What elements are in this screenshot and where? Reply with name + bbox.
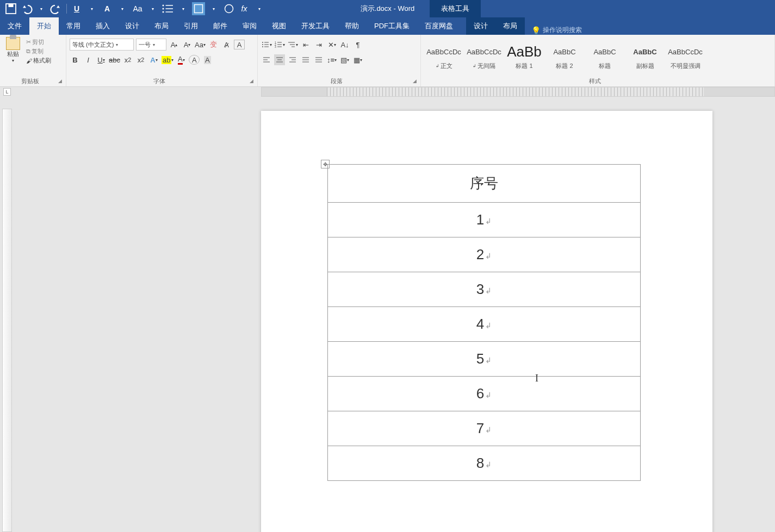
copy-button[interactable]: ⧉复制 [26,47,51,55]
style-item-0[interactable]: AaBbCcDc↲正文 [424,39,463,73]
phonetic-guide-button[interactable]: 变 [208,39,219,50]
enclose-char-button[interactable]: A [189,55,200,65]
borders-button[interactable]: ▦▾ [352,54,363,65]
font-name-combo[interactable]: 等线 (中文正文)▾ [70,39,134,51]
grow-font-button[interactable]: A▴ [169,39,179,50]
text-effects-button[interactable]: A▾ [148,54,159,65]
square-icon [192,2,205,15]
char-shading-button[interactable]: A [202,54,213,65]
align-left-button[interactable] [261,54,272,65]
qat-shape-square-button[interactable] [192,2,205,15]
styles-gallery[interactable]: AaBbCcDc↲正文AaBbCcDc↲无间隔AaBb标题 1AaBbC标题 2… [424,37,771,73]
highlight-button[interactable]: ab▾ [162,54,173,65]
tab-table-design[interactable]: 设计 [466,17,495,35]
qat-list-more[interactable]: ▾ [177,2,190,15]
table-cell[interactable]: 3↲ [328,272,641,307]
align-justify-button[interactable] [300,54,311,65]
qat-customize-button[interactable]: ▾ [253,2,266,15]
clear-formatting-button[interactable]: A̷ [221,39,232,50]
decrease-indent-button[interactable]: ⇤ [300,39,311,50]
paragraph-launcher[interactable]: ◢ [413,78,419,85]
clipboard-launcher[interactable]: ◢ [58,78,65,85]
tab-insert[interactable]: 插入 [88,17,117,35]
sort-button[interactable]: A↓ [339,39,350,50]
tab-baidu[interactable]: 百度网盘 [417,17,461,35]
vertical-ruler[interactable] [2,109,12,532]
table-cell[interactable]: 6↲ [328,377,641,411]
style-item-5[interactable]: AaBbC副标题 [625,39,665,73]
tab-home[interactable]: 开始 [29,17,59,35]
tab-review[interactable]: 审阅 [235,17,264,35]
table-cell[interactable]: 1↲ [328,203,641,237]
qat-underline-more[interactable]: ▾ [85,2,98,15]
tab-design[interactable]: 设计 [117,17,147,35]
tab-table-layout[interactable]: 布局 [495,17,525,35]
tab-view[interactable]: 视图 [264,17,294,35]
style-item-3[interactable]: AaBbC标题 2 [545,39,584,73]
style-item-4[interactable]: AaBbC标题 [585,39,624,73]
title-bar: ▾ U ▾ A ▾ Aa ▾ ▾ ▾ fx ▾ 演示.docx - Word 表… [0,0,775,17]
strikethrough-button[interactable]: abc [109,54,120,65]
numbering-button[interactable]: 123▾ [274,39,285,50]
bold-button[interactable]: B [70,54,80,65]
tab-pdf[interactable]: PDF工具集 [367,17,417,35]
qat-underline-button[interactable]: U [70,2,83,15]
cut-button[interactable]: ✂剪切 [26,38,51,46]
redo-button[interactable] [50,2,63,15]
qat-formula-button[interactable]: fx [238,2,251,15]
asian-layout-button[interactable]: ✕▾ [326,39,337,50]
multilevel-list-button[interactable]: ▾ [287,39,298,50]
superscript-button[interactable]: x2 [135,54,146,65]
style-item-1[interactable]: AaBbCcDc↲无间隔 [464,39,504,73]
tab-file[interactable]: 文件 [0,17,29,35]
align-distribute-button[interactable] [313,54,324,65]
table-cell[interactable]: 4↲ [328,307,641,342]
qat-case-more[interactable]: ▾ [146,2,159,15]
table-cell[interactable]: 2↲ [328,237,641,272]
paste-button[interactable]: 粘贴 ▾ [3,37,23,63]
show-marks-button[interactable]: ¶ [352,39,363,50]
bullets-button[interactable]: ▾ [261,39,272,50]
qat-font-more[interactable]: ▾ [116,2,129,15]
align-right-button[interactable] [287,54,298,65]
align-center-button[interactable] [274,54,285,65]
save-button[interactable] [4,2,17,15]
document-table[interactable]: 序号1↲2↲3↲4↲5↲6↲7↲8↲ [327,164,641,481]
shading-button[interactable]: ▧▾ [339,54,350,65]
horizontal-ruler[interactable] [261,87,775,97]
format-painter-button[interactable]: 🖌格式刷 [26,57,51,65]
style-item-6[interactable]: AaBbCcDc不明显强调 [666,39,705,73]
subscript-button[interactable]: x2 [122,54,133,65]
bullets-icon [261,40,270,49]
qat-case-button[interactable]: Aa [131,2,144,15]
table-cell[interactable]: 8↲ [328,446,641,481]
underline-button[interactable]: U▾ [96,54,107,65]
tab-selector[interactable]: L [3,88,11,96]
qat-shape-square-more[interactable]: ▾ [207,2,220,15]
undo-button[interactable] [20,2,33,15]
style-item-2[interactable]: AaBb标题 1 [505,39,544,73]
tab-references[interactable]: 引用 [176,17,206,35]
char-border-button[interactable]: A [234,40,245,49]
shrink-font-button[interactable]: A▾ [182,39,193,50]
font-size-combo[interactable]: 一号▾ [136,39,166,51]
line-spacing-button[interactable]: ↕≡▾ [326,54,337,65]
tab-common[interactable]: 常用 [59,17,88,35]
tab-mail[interactable]: 邮件 [206,17,235,35]
font-launcher[interactable]: ◢ [250,78,256,85]
change-case-button[interactable]: Aa▾ [195,39,206,50]
italic-button[interactable]: I [83,54,94,65]
table-cell[interactable]: 7↲ [328,411,641,446]
table-cell[interactable]: 5↲ [328,342,641,377]
tab-help[interactable]: 帮助 [337,17,367,35]
qat-shape-circle-button[interactable] [222,2,235,15]
tab-layout[interactable]: 布局 [147,17,176,35]
undo-more-button[interactable]: ▾ [35,2,48,15]
font-color-button[interactable]: A▾ [176,54,187,65]
tell-me-search[interactable]: 💡 操作说明搜索 [525,26,588,35]
increase-indent-button[interactable]: ⇥ [313,39,324,50]
qat-list-button[interactable] [162,2,175,15]
table-header-cell[interactable]: 序号 [328,165,641,203]
tab-developer[interactable]: 开发工具 [294,17,337,35]
qat-font-button[interactable]: A [101,2,114,15]
